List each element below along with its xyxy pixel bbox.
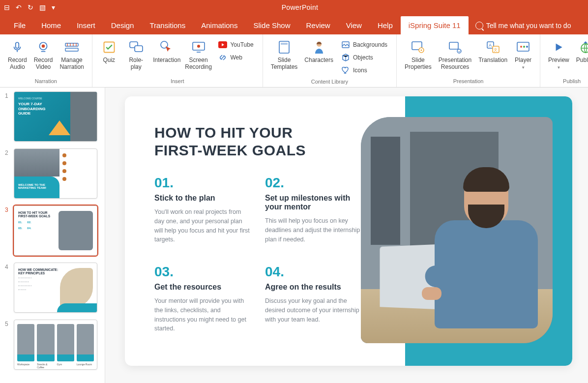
attachment-icon <box>447 39 463 55</box>
tab-home[interactable]: Home <box>33 16 69 34</box>
thumbnail-slide-3[interactable]: HOW TO HIT YOUR FIRST-WEEK GOALS 01.02. … <box>14 206 97 256</box>
thumb-number: 1 <box>5 91 11 142</box>
youtube-button[interactable]: YouTube <box>216 39 255 50</box>
tab-view[interactable]: View <box>338 16 370 34</box>
tell-me-label: Tell me what you want to do <box>486 22 571 29</box>
translation-button[interactable]: A文 Translation <box>475 37 510 66</box>
slide-title[interactable]: HOW TO HIT YOUR FIRST-WEEK GOALS <box>154 124 306 159</box>
group-label-presentation: Presentation <box>453 77 484 86</box>
group-label-content-library: Content Library <box>311 78 348 87</box>
qat-more-icon[interactable]: ▾ <box>52 3 55 11</box>
thumbnail-slide-1[interactable]: WELCOME COURSE YOUR 7-DAY ONBOARDING GUI… <box>14 91 97 142</box>
group-label-insert: Insert <box>171 77 184 86</box>
goal-item[interactable]: 02. Set up milestones with your mentor T… <box>265 175 361 244</box>
goal-item[interactable]: 04. Agree on the results Discuss your ke… <box>265 264 361 333</box>
slide-gear-icon <box>410 39 426 55</box>
slide-canvas-area[interactable]: HOW TO HIT YOUR FIRST-WEEK GOALS 01. Sti… <box>105 88 588 383</box>
translate-icon: A文 <box>485 39 501 55</box>
youtube-icon <box>218 40 227 49</box>
svg-text:A: A <box>489 43 492 48</box>
tab-ispring-suite[interactable]: iSpring Suite 11 <box>401 16 469 34</box>
record-video-button[interactable]: Record Video <box>31 37 56 73</box>
cube-icon <box>341 53 350 62</box>
manage-narration-button[interactable]: Manage Narration <box>57 37 87 73</box>
tab-review[interactable]: Review <box>298 16 338 34</box>
backgrounds-button[interactable]: Backgrounds <box>339 39 389 50</box>
svg-point-27 <box>526 46 528 48</box>
ribbon: Record Audio Record Video Manage Narrati… <box>0 34 588 88</box>
goal-item[interactable]: 03. Get the resources Your mentor will p… <box>154 264 250 333</box>
preview-button[interactable]: Preview▼ <box>545 37 572 73</box>
svg-point-10 <box>197 45 200 48</box>
quick-access-toolbar: ⊟ ↶ ↻ ▧ ▾ <box>4 3 55 11</box>
tab-design[interactable]: Design <box>103 16 142 34</box>
globe-upload-icon <box>578 39 588 55</box>
group-insert: Quiz Role-play Interaction Screen Record… <box>92 34 263 87</box>
microphone-icon <box>9 39 25 55</box>
save-icon[interactable]: ⊟ <box>4 3 10 11</box>
slide-templates-button[interactable]: Slide Templates <box>268 37 301 73</box>
goal-item[interactable]: 01. Stick to the plan You'll work on rea… <box>154 175 250 244</box>
slide-properties-button[interactable]: Slide Properties <box>402 37 435 73</box>
group-publish: Preview▼ Publish Publish <box>540 34 588 87</box>
tab-file[interactable]: File <box>6 16 33 34</box>
record-audio-button[interactable]: Record Audio <box>5 37 30 73</box>
presentation-resources-button[interactable]: Presentation Resources <box>436 37 474 73</box>
svg-point-26 <box>523 46 525 48</box>
group-presentation: Slide Properties Presentation Resources … <box>397 34 540 87</box>
thumbnail-slide-2[interactable]: WELCOME TO THE MARKETING TEAM! <box>14 148 97 199</box>
app-title: PowerPoint <box>55 3 545 11</box>
slide-photo[interactable] <box>361 117 553 343</box>
heart-icon <box>341 66 350 75</box>
lightbulb-icon <box>475 22 483 29</box>
workspace: 1 WELCOME COURSE YOUR 7-DAY ONBOARDING G… <box>0 88 588 383</box>
tell-me-search[interactable]: Tell me what you want to do <box>469 17 578 34</box>
palette-icon <box>515 39 531 55</box>
tab-help[interactable]: Help <box>370 16 401 34</box>
thumb-number: 5 <box>5 320 11 370</box>
person-icon <box>311 39 327 55</box>
link-icon <box>218 53 227 62</box>
svg-point-2 <box>42 45 45 48</box>
characters-button[interactable]: Characters <box>301 37 336 66</box>
checklist-icon <box>101 39 117 55</box>
goals-grid: 01. Stick to the plan You'll work on rea… <box>154 175 361 333</box>
quiz-button[interactable]: Quiz <box>97 37 121 66</box>
interaction-button[interactable]: Interaction <box>151 37 182 66</box>
tab-insert[interactable]: Insert <box>69 16 103 34</box>
web-button[interactable]: Web <box>216 52 255 63</box>
thumb-number: 3 <box>5 206 11 256</box>
tab-transitions[interactable]: Transitions <box>142 16 193 34</box>
svg-rect-7 <box>135 46 143 52</box>
tab-animations[interactable]: Animations <box>193 16 245 34</box>
undo-icon[interactable]: ↶ <box>16 3 22 11</box>
redo-icon[interactable]: ↻ <box>28 3 33 11</box>
start-from-beginning-icon[interactable]: ▧ <box>39 3 46 11</box>
thumbnail-slide-4[interactable]: HOW WE COMMUNICATE: KEY PRINCIPLES • • •… <box>14 263 97 313</box>
svg-rect-13 <box>281 43 288 45</box>
svg-text:文: 文 <box>494 48 498 52</box>
player-button[interactable]: Player▼ <box>511 37 535 73</box>
icons-button[interactable]: Icons <box>339 65 389 76</box>
objects-button[interactable]: Objects <box>339 52 389 63</box>
monitor-icon <box>191 39 206 55</box>
group-narration: Record Audio Record Video Manage Narrati… <box>0 34 92 87</box>
chevron-down-icon: ▼ <box>521 65 525 70</box>
image-icon <box>341 40 350 49</box>
slide-thumbnails-panel[interactable]: 1 WELCOME COURSE YOUR 7-DAY ONBOARDING G… <box>0 88 105 383</box>
group-label-publish: Publish <box>563 77 581 86</box>
svg-rect-4 <box>65 48 78 51</box>
tap-icon <box>159 39 175 55</box>
screen-recording-button[interactable]: Screen Recording <box>183 37 214 73</box>
role-play-button[interactable]: Role-play <box>122 37 150 73</box>
slide-canvas[interactable]: HOW TO HIT YOUR FIRST-WEEK GOALS 01. Sti… <box>125 96 572 366</box>
svg-rect-19 <box>449 42 458 49</box>
publish-button[interactable]: Publish <box>573 37 588 66</box>
thumbnail-slide-5[interactable]: WorkspaceSnacks & Coffee GymLounge Room <box>14 320 97 370</box>
webcam-icon <box>35 39 51 55</box>
timeline-icon <box>64 39 80 55</box>
svg-point-25 <box>520 46 522 48</box>
tab-slideshow[interactable]: Slide Show <box>245 16 298 34</box>
chevron-down-icon: ▼ <box>557 65 560 70</box>
chat-icon <box>128 39 144 55</box>
